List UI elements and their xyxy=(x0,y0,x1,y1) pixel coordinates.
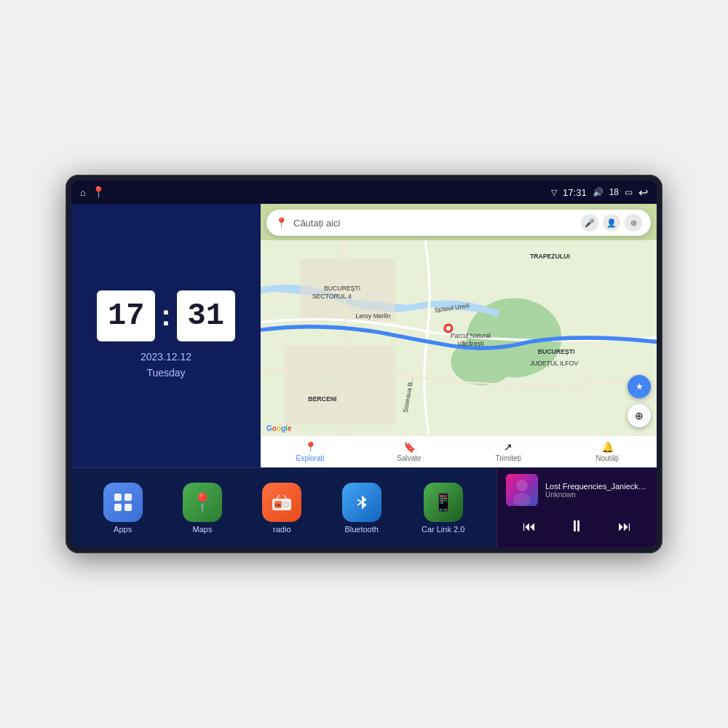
svg-text:Văcărești: Văcărești xyxy=(457,340,483,347)
music-text: Lost Frequencies_Janieck Devy-... Unknow… xyxy=(545,482,648,499)
main-content: 17 : 31 2023.12.12 Tuesday xyxy=(71,204,657,547)
clock-hours: 17 xyxy=(97,290,155,341)
svg-point-17 xyxy=(446,326,451,331)
app-item-bluetooth[interactable]: Bluetooth xyxy=(342,483,381,534)
album-art-image xyxy=(506,474,538,506)
map-search-bar[interactable]: 📍 Căutați aici 🎤 👤 ⊛ xyxy=(266,210,651,236)
apps-icon xyxy=(103,483,143,522)
radio-icon: FM xyxy=(262,483,301,522)
map-nav-saved-label: Salvate xyxy=(397,454,421,462)
music-title: Lost Frequencies_Janieck Devy-... xyxy=(545,482,648,491)
svg-rect-18 xyxy=(114,494,122,501)
maps-label: Maps xyxy=(193,525,213,534)
svg-rect-4 xyxy=(285,346,395,425)
play-pause-button[interactable]: ⏸ xyxy=(566,514,587,539)
status-bar-left: ⌂ 📍 xyxy=(80,186,106,199)
radio-label: radio xyxy=(273,525,290,534)
map-nav-saved[interactable]: 🔖 Salvate xyxy=(360,438,459,465)
map-svg: TRAPEZULUI BUCUREȘTI JUDEȚUL ILFOV BERCE… xyxy=(261,240,657,435)
volume-icon: 🔊 xyxy=(593,187,604,197)
svg-text:SECTORUL 4: SECTORUL 4 xyxy=(312,293,352,300)
crosshair-icon: ⊕ xyxy=(635,410,644,422)
volume-level: 18 xyxy=(609,187,619,197)
clock-date: 2023.12.12 Tuesday xyxy=(141,349,191,381)
music-info: Lost Frequencies_Janieck Devy-... Unknow… xyxy=(506,474,648,506)
clock-colon: : xyxy=(161,299,170,332)
album-art xyxy=(506,474,538,506)
music-artist: Unknown xyxy=(545,491,648,499)
svg-text:Leroy Merlin: Leroy Merlin xyxy=(356,312,391,320)
apps-area: Apps 📍 Maps xyxy=(71,468,496,547)
map-widget[interactable]: TRAPEZULUI BUCUREȘTI JUDEȚUL ILFOV BERCE… xyxy=(261,204,657,467)
navigate-button[interactable]: ★ xyxy=(628,375,651,398)
map-nav-share-label: Trimiteți xyxy=(495,454,521,462)
svg-text:BUCUREȘTI: BUCUREȘTI xyxy=(324,285,360,292)
back-icon[interactable]: ↩ xyxy=(638,186,648,199)
layers-icon[interactable]: ⊛ xyxy=(625,214,642,232)
map-search-icons: 🎤 👤 ⊛ xyxy=(581,214,642,232)
map-nav-share[interactable]: ↗ Trimiteți xyxy=(459,438,558,465)
car-headunit-device: ⌂ 📍 ▽ 17:31 🔊 18 ▭ ↩ 17 : xyxy=(66,175,662,553)
clock-minutes: 31 xyxy=(177,290,235,341)
status-bar: ⌂ 📍 ▽ 17:31 🔊 18 ▭ ↩ xyxy=(71,181,657,204)
map-nav-updates-label: Noutăți xyxy=(596,454,619,462)
clock-widget: 17 : 31 2023.12.12 Tuesday xyxy=(71,204,261,467)
svg-line-27 xyxy=(277,495,280,499)
my-location-button[interactable]: ⊕ xyxy=(628,404,651,427)
music-controls: ⏮ ⏸ ⏭ xyxy=(506,511,648,542)
clock-date-value: 2023.12.12 xyxy=(141,349,191,365)
app-item-apps[interactable]: Apps xyxy=(103,483,143,534)
top-section: 17 : 31 2023.12.12 Tuesday xyxy=(71,204,657,467)
svg-point-31 xyxy=(513,493,531,506)
battery-icon: ▭ xyxy=(625,187,633,197)
svg-text:FM: FM xyxy=(275,503,280,507)
carlink-label: Car Link 2.0 xyxy=(422,525,464,534)
share-icon: ↗ xyxy=(504,441,513,453)
status-time: 17:31 xyxy=(563,187,587,198)
svg-line-28 xyxy=(284,495,287,499)
app-item-radio[interactable]: FM radio xyxy=(262,483,301,534)
carlink-icon: 📱 xyxy=(424,483,463,522)
clock-day-value: Tuesday xyxy=(141,365,191,381)
svg-rect-21 xyxy=(124,504,132,511)
screen: ⌂ 📍 ▽ 17:31 🔊 18 ▭ ↩ 17 : xyxy=(71,181,657,547)
updates-icon: 🔔 xyxy=(601,441,614,453)
google-maps-pin-icon: 📍 xyxy=(275,217,288,229)
prev-button[interactable]: ⏮ xyxy=(520,516,539,537)
explore-icon: 📍 xyxy=(304,441,317,453)
map-nav-explore-label: Explorați xyxy=(296,454,325,462)
maps-icon: 📍 xyxy=(183,483,222,522)
map-nav-updates[interactable]: 🔔 Noutăți xyxy=(558,438,657,465)
svg-text:Parcul Natural: Parcul Natural xyxy=(451,332,491,339)
svg-text:BERCENI: BERCENI xyxy=(308,395,336,403)
svg-text:TRAPEZULUI: TRAPEZULUI xyxy=(530,253,570,260)
navigate-icon: ★ xyxy=(636,381,644,392)
next-button[interactable]: ⏭ xyxy=(615,516,634,537)
voice-search-icon[interactable]: 🎤 xyxy=(581,214,598,232)
status-bar-right: ▽ 17:31 🔊 18 ▭ ↩ xyxy=(551,186,648,199)
clock-display: 17 : 31 xyxy=(97,290,234,341)
svg-text:JUDEȚUL ILFOV: JUDEȚUL ILFOV xyxy=(530,360,578,367)
music-player: Lost Frequencies_Janieck Devy-... Unknow… xyxy=(496,468,657,547)
signal-icon: ▽ xyxy=(551,188,557,197)
app-item-maps[interactable]: 📍 Maps xyxy=(183,483,222,534)
svg-point-30 xyxy=(516,480,528,491)
apps-label: Apps xyxy=(114,525,132,534)
saved-icon: 🔖 xyxy=(403,441,416,453)
bluetooth-label: Bluetooth xyxy=(344,525,378,534)
app-item-carlink[interactable]: 📱 Car Link 2.0 xyxy=(422,483,464,534)
google-logo: Google xyxy=(266,424,291,432)
account-icon[interactable]: 👤 xyxy=(603,214,620,232)
svg-rect-20 xyxy=(114,504,122,511)
bluetooth-icon xyxy=(342,483,381,522)
home-icon[interactable]: ⌂ xyxy=(80,187,86,198)
svg-rect-19 xyxy=(124,494,132,501)
map-bottom-nav: 📍 Explorați 🔖 Salvate ↗ Trimiteți 🔔 xyxy=(261,435,657,467)
bottom-section: Apps 📍 Maps xyxy=(71,467,657,547)
location-status-icon: 📍 xyxy=(92,186,106,199)
map-nav-explore[interactable]: 📍 Explorați xyxy=(261,438,360,465)
svg-text:BUCUREȘTI: BUCUREȘTI xyxy=(538,348,575,355)
map-search-text: Căutați aici xyxy=(293,218,575,229)
svg-point-25 xyxy=(285,503,288,506)
